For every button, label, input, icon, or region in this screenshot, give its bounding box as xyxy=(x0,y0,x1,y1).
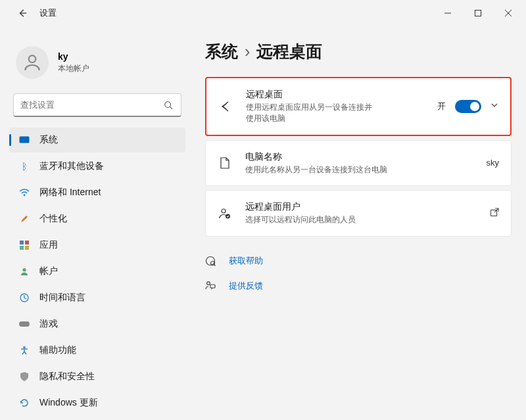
accessibility-icon xyxy=(18,344,30,356)
card-desc: 选择可以远程访问此电脑的人员 xyxy=(245,214,477,225)
help-icon xyxy=(205,256,218,266)
svg-point-5 xyxy=(165,101,171,107)
sidebar-item-label: 隐私和安全性 xyxy=(39,371,95,383)
clock-globe-icon xyxy=(18,292,30,304)
minimize-button[interactable] xyxy=(433,3,463,24)
sidebar-item-label: 时间和语言 xyxy=(39,292,85,304)
user-profile[interactable]: ky 本地帐户 xyxy=(9,34,185,93)
document-icon xyxy=(218,157,232,169)
svg-point-8 xyxy=(24,195,26,197)
sidebar: ky 本地帐户 系统 ᛒ 蓝牙和其他设备 网络和 Internet xyxy=(0,26,191,420)
sidebar-item-label: 游戏 xyxy=(39,318,58,330)
svg-rect-10 xyxy=(25,241,29,245)
svg-point-17 xyxy=(222,209,226,213)
chevron-right-icon: › xyxy=(245,42,250,61)
wifi-icon xyxy=(18,187,30,198)
search-icon xyxy=(162,99,174,111)
search-input[interactable] xyxy=(20,100,162,110)
sidebar-item-label: 网络和 Internet xyxy=(39,187,101,198)
avatar xyxy=(16,46,49,79)
sidebar-item-network[interactable]: 网络和 Internet xyxy=(9,180,185,205)
svg-rect-9 xyxy=(20,241,24,245)
person-icon xyxy=(18,266,30,277)
sidebar-item-bluetooth[interactable]: ᛒ 蓝牙和其他设备 xyxy=(9,154,185,179)
remote-desktop-toggle[interactable] xyxy=(455,100,481,113)
card-remote-users[interactable]: 远程桌面用户 选择可以远程访问此电脑的人员 xyxy=(205,190,512,237)
sidebar-item-windows-update[interactable]: Windows 更新 xyxy=(9,390,185,415)
sidebar-item-privacy[interactable]: 隐私和安全性 xyxy=(9,364,185,389)
search-box[interactable] xyxy=(13,93,181,117)
nav: 系统 ᛒ 蓝牙和其他设备 网络和 Internet 个性化 应用 帐户 xyxy=(9,128,185,415)
svg-point-13 xyxy=(22,268,26,271)
sidebar-item-label: 帐户 xyxy=(39,266,58,277)
sidebar-item-system[interactable]: 系统 xyxy=(9,128,185,152)
close-button[interactable] xyxy=(493,3,523,24)
sidebar-item-label: 辅助功能 xyxy=(39,344,76,356)
svg-point-16 xyxy=(23,346,26,349)
titlebar: 设置 xyxy=(0,0,526,26)
brush-icon xyxy=(18,213,30,225)
svg-line-6 xyxy=(170,106,173,109)
link-label: 提供反馈 xyxy=(229,280,263,292)
sidebar-item-gaming[interactable]: 游戏 xyxy=(9,312,185,337)
svg-rect-24 xyxy=(210,285,215,288)
remote-desktop-icon xyxy=(218,100,233,113)
get-help-link[interactable]: 获取帮助 xyxy=(205,255,512,267)
svg-rect-12 xyxy=(25,246,29,250)
card-desc: 使用远程桌面应用从另一设备连接并使用该电脑 xyxy=(246,102,377,124)
breadcrumb-root[interactable]: 系统 xyxy=(205,41,238,62)
gamepad-icon xyxy=(18,318,30,330)
user-check-icon xyxy=(218,208,232,220)
sidebar-item-label: 蓝牙和其他设备 xyxy=(39,160,104,172)
app-title: 设置 xyxy=(39,7,57,19)
card-title: 远程桌面用户 xyxy=(245,201,477,213)
apps-icon xyxy=(18,239,30,251)
card-title: 远程桌面 xyxy=(246,89,424,101)
svg-line-22 xyxy=(214,265,216,266)
sidebar-item-time-language[interactable]: 时间和语言 xyxy=(9,285,185,310)
external-link-icon xyxy=(490,208,499,219)
sidebar-item-label: 应用 xyxy=(39,239,58,251)
shield-icon xyxy=(18,371,30,383)
svg-point-4 xyxy=(29,55,36,62)
maximize-button[interactable] xyxy=(463,3,493,24)
breadcrumb: 系统 › 远程桌面 xyxy=(205,41,512,62)
chevron-down-icon[interactable] xyxy=(490,101,498,111)
sidebar-item-accounts[interactable]: 帐户 xyxy=(9,259,185,284)
sidebar-item-personalization[interactable]: 个性化 xyxy=(9,206,185,231)
system-icon xyxy=(18,134,30,146)
svg-point-20 xyxy=(206,257,215,266)
svg-point-23 xyxy=(207,282,210,285)
sidebar-item-accessibility[interactable]: 辅助功能 xyxy=(9,338,185,363)
svg-point-18 xyxy=(226,214,230,218)
card-title: 电脑名称 xyxy=(245,151,473,163)
svg-rect-1 xyxy=(475,11,481,16)
pc-name-value: sky xyxy=(487,158,500,168)
card-remote-desktop[interactable]: 远程桌面 使用远程桌面应用从另一设备连接并使用该电脑 开 xyxy=(205,77,512,136)
user-name: ky xyxy=(58,51,89,62)
card-desc: 使用此名称从另一台设备连接到这台电脑 xyxy=(245,164,473,175)
sidebar-item-label: Windows 更新 xyxy=(39,397,98,409)
sidebar-item-apps[interactable]: 应用 xyxy=(9,233,185,258)
sidebar-item-label: 系统 xyxy=(39,134,58,146)
svg-rect-11 xyxy=(20,246,24,250)
user-type: 本地帐户 xyxy=(58,63,89,74)
content: 系统 › 远程桌面 远程桌面 使用远程桌面应用从另一设备连接并使用该电脑 开 xyxy=(191,26,526,420)
page-title: 远程桌面 xyxy=(256,41,322,62)
toggle-state-label: 开 xyxy=(437,101,446,112)
back-button[interactable] xyxy=(17,8,28,18)
svg-rect-15 xyxy=(19,321,30,327)
bluetooth-icon: ᛒ xyxy=(18,160,30,172)
card-pc-name[interactable]: 电脑名称 使用此名称从另一台设备连接到这台电脑 sky xyxy=(205,140,512,187)
update-icon xyxy=(18,397,30,409)
link-label: 获取帮助 xyxy=(229,255,263,267)
svg-rect-7 xyxy=(20,137,30,143)
sidebar-item-label: 个性化 xyxy=(39,213,67,225)
feedback-icon xyxy=(205,281,218,291)
give-feedback-link[interactable]: 提供反馈 xyxy=(205,280,512,292)
